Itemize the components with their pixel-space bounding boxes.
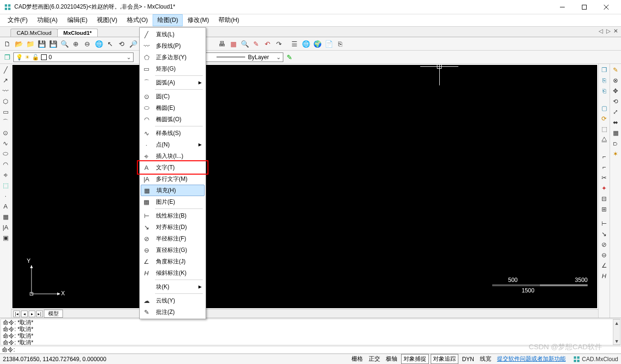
layout-prev-button[interactable]: ◂: [21, 311, 28, 317]
spline-tool[interactable]: ∿: [1, 138, 10, 148]
export-button[interactable]: ⎘: [335, 39, 345, 49]
menu-draw[interactable]: 绘图(D): [153, 14, 183, 26]
properties-button[interactable]: ▦: [228, 39, 238, 49]
saveas-button[interactable]: 💾: [48, 39, 58, 49]
offset-tool[interactable]: ⊗: [611, 75, 621, 85]
dim-angular-tool[interactable]: ∠: [600, 260, 609, 270]
rectangle-tool[interactable]: ▭: [1, 107, 10, 116]
toggle-otrack[interactable]: 对象追踪: [431, 354, 458, 364]
close-button[interactable]: [595, 0, 617, 14]
web-button[interactable]: 🌐: [300, 39, 311, 49]
explode-tool[interactable]: ✶: [611, 149, 621, 158]
pan-button[interactable]: ↖: [105, 39, 115, 49]
menu-image[interactable]: ▩图片(E): [141, 196, 205, 208]
zoom-out-button[interactable]: ⊖: [82, 39, 93, 49]
pdf-button[interactable]: 📄: [323, 39, 334, 49]
polyline-tool[interactable]: 〰: [1, 86, 10, 95]
command-scrollbar[interactable]: ▴▾: [613, 319, 621, 345]
menu-modify[interactable]: 修改(M): [183, 14, 214, 26]
menu-point[interactable]: ·点(N)▶: [141, 139, 205, 150]
menu-text[interactable]: A文字(T): [141, 162, 205, 173]
layout-first-button[interactable]: |◂: [13, 311, 20, 317]
layer-manager-button[interactable]: ☰: [289, 39, 300, 49]
menu-function[interactable]: 功能(A): [32, 14, 62, 26]
toggle-lineweight[interactable]: 线宽: [478, 354, 493, 364]
tab-mxcloud1[interactable]: MxCloud1*: [57, 29, 98, 37]
menu-help[interactable]: 帮助(H): [214, 14, 244, 26]
menu-arc[interactable]: ⌒圆弧(A)▶: [141, 77, 205, 88]
mtext-tool[interactable]: |A: [1, 222, 10, 232]
region-tool[interactable]: ▣: [1, 233, 10, 242]
menu-polyline[interactable]: 〰多段线(P): [141, 40, 205, 52]
align-tool[interactable]: ⫐: [611, 138, 621, 148]
dim-diameter-tool[interactable]: ⊖: [600, 250, 609, 260]
window-tool[interactable]: ▢: [600, 103, 609, 113]
undo-button[interactable]: ↶: [262, 39, 273, 49]
new-button[interactable]: 🗋: [2, 39, 12, 49]
dim-leader-tool[interactable]: H: [600, 271, 609, 281]
menu-rectangle[interactable]: ▭矩形(G): [141, 63, 205, 74]
zoom-window-button[interactable]: 🔍: [59, 39, 70, 49]
menu-insert-block[interactable]: ⎆插入块(I...): [141, 150, 205, 162]
chamfer-tool[interactable]: ⌐: [600, 162, 609, 172]
arc-tool[interactable]: ⌒: [1, 117, 10, 127]
toggle-osnap[interactable]: 对象捕捉: [401, 354, 429, 364]
open-button[interactable]: 📂: [13, 39, 24, 49]
redo-button[interactable]: ↷: [274, 39, 284, 49]
save-button[interactable]: 💾: [36, 39, 47, 49]
feedback-link[interactable]: 提交软件问题或者加新功能: [497, 355, 566, 363]
insert-block-tool[interactable]: ⎆: [1, 170, 10, 179]
menu-dim-angular[interactable]: ∠角度标注(J): [141, 256, 205, 267]
tab-prev-button[interactable]: ◁: [597, 28, 604, 34]
menu-hatch[interactable]: ▦填充(H): [141, 185, 205, 196]
fillet-tool[interactable]: ⌐: [600, 152, 609, 161]
paste-tool[interactable]: ⎗: [600, 86, 609, 95]
menu-dim-aligned[interactable]: ↘对齐标注(D): [141, 221, 205, 233]
linetype-dropdown[interactable]: ByLayer ⌄: [202, 52, 283, 62]
text-tool[interactable]: A: [1, 201, 10, 211]
edit-button[interactable]: ✎: [251, 39, 261, 49]
menu-view[interactable]: 视图(V): [92, 14, 122, 26]
menu-cloud[interactable]: ☁云线(Y): [141, 295, 205, 306]
zoom-extents-button[interactable]: 🌐: [93, 39, 104, 49]
find-button[interactable]: 🔍: [239, 39, 250, 49]
copy-tool[interactable]: ❐: [600, 65, 609, 74]
menu-block[interactable]: 块(K)▶: [141, 281, 205, 292]
dim-radius-tool[interactable]: ⊘: [600, 239, 609, 249]
dim-aligned-tool[interactable]: ↘: [600, 229, 609, 239]
zoom-previous-button[interactable]: ⟲: [116, 39, 127, 49]
drawing-canvas[interactable]: Y X 5003500 1500: [12, 65, 597, 308]
hatch-tool[interactable]: ▦: [1, 212, 10, 221]
toggle-dyn[interactable]: DYN: [460, 355, 476, 363]
command-history[interactable]: 命令: *取消* 命令: *取消* 命令: *取消* 命令: *取消*: [0, 319, 621, 345]
break-tool[interactable]: ⊟: [600, 194, 609, 203]
dim-linear-tool[interactable]: ⊢: [600, 218, 609, 228]
erase-tool[interactable]: ✎: [611, 65, 621, 74]
copy-clip-tool[interactable]: ⎘: [600, 75, 609, 85]
minimize-button[interactable]: [551, 0, 573, 14]
ellipse-arc-tool[interactable]: ◠: [1, 159, 10, 169]
trim-tool[interactable]: ✂: [600, 173, 609, 182]
toggle-polar[interactable]: 极轴: [384, 354, 399, 364]
layout-last-button[interactable]: ▸|: [36, 311, 43, 317]
rect-array-tool[interactable]: ▦: [611, 128, 621, 137]
menu-circle[interactable]: ⊙圆(C): [141, 91, 205, 102]
command-line[interactable]: 命令:: [0, 346, 621, 354]
make-block-tool[interactable]: ⬚: [1, 180, 10, 190]
menu-mtext[interactable]: |A多行文字(M): [141, 173, 205, 185]
open-recent-button[interactable]: 📁: [25, 39, 35, 49]
model-tab[interactable]: 模型: [44, 310, 63, 318]
menu-dim-radius[interactable]: ⊘半径标注(F): [141, 233, 205, 244]
menu-file[interactable]: 文件(F): [3, 14, 32, 26]
maximize-button[interactable]: [573, 0, 595, 14]
zoom-realtime-button[interactable]: 🔎: [128, 39, 138, 49]
layer-dropdown[interactable]: 💡 ☀ 🔓 0 ⌄: [13, 52, 134, 62]
point-tool[interactable]: ·: [1, 191, 10, 200]
ellipse-tool[interactable]: ⬭: [1, 149, 10, 158]
menu-dim-linear[interactable]: ⊢线性标注(B): [141, 210, 205, 221]
menu-format[interactable]: 格式(O): [122, 14, 153, 26]
move-tool[interactable]: ✥: [611, 86, 621, 95]
toggle-ortho[interactable]: 正交: [367, 354, 382, 364]
linetype-edit-button[interactable]: ✎: [284, 52, 295, 62]
toggle-grid[interactable]: 栅格: [350, 354, 365, 364]
